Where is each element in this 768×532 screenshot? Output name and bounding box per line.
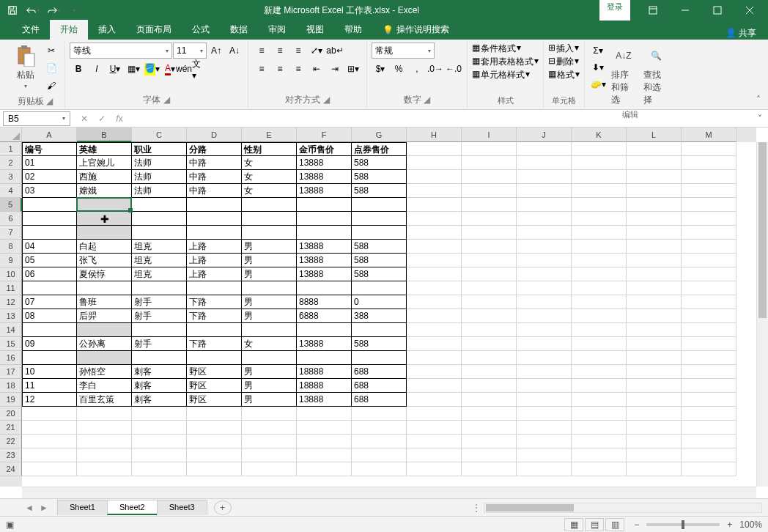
cell[interactable] bbox=[242, 281, 297, 295]
row-header[interactable]: 12 bbox=[0, 295, 22, 309]
tell-me-search[interactable]: 💡操作说明搜索 bbox=[372, 20, 459, 40]
cell[interactable] bbox=[572, 393, 627, 407]
increase-font-icon[interactable]: A↑ bbox=[207, 43, 225, 59]
cell[interactable]: 13888 bbox=[297, 184, 352, 198]
cell[interactable]: 英雄 bbox=[77, 142, 132, 156]
paste-button[interactable]: 粘贴▾ bbox=[10, 43, 41, 91]
cell[interactable] bbox=[572, 407, 627, 421]
cell[interactable] bbox=[627, 421, 682, 435]
cell[interactable] bbox=[572, 170, 627, 184]
row-header[interactable]: 16 bbox=[0, 351, 22, 365]
cell[interactable] bbox=[297, 212, 352, 226]
cut-icon[interactable]: ✂ bbox=[43, 43, 60, 59]
cell[interactable] bbox=[297, 198, 352, 212]
cell[interactable] bbox=[77, 462, 132, 476]
scroll-thumb[interactable] bbox=[486, 504, 574, 511]
cell[interactable] bbox=[517, 267, 572, 281]
cell[interactable] bbox=[407, 156, 462, 170]
align-left-icon[interactable]: ≡ bbox=[253, 61, 270, 77]
cell[interactable] bbox=[517, 462, 572, 476]
column-header[interactable]: J bbox=[517, 128, 572, 142]
cell[interactable] bbox=[187, 226, 242, 240]
cell[interactable] bbox=[572, 309, 627, 323]
cell[interactable]: 18888 bbox=[297, 379, 352, 393]
cell[interactable] bbox=[187, 421, 242, 435]
cell[interactable] bbox=[77, 198, 132, 212]
cell[interactable] bbox=[462, 421, 517, 435]
cell[interactable] bbox=[22, 435, 77, 448]
cell[interactable] bbox=[572, 156, 627, 170]
cell[interactable] bbox=[297, 462, 352, 476]
cell[interactable] bbox=[682, 184, 736, 198]
cell[interactable] bbox=[22, 323, 77, 337]
row-header[interactable]: 11 bbox=[0, 281, 22, 295]
column-header[interactable]: A bbox=[22, 128, 77, 142]
row-header[interactable]: 22 bbox=[0, 435, 22, 448]
cell[interactable]: 嫦娥 bbox=[77, 184, 132, 198]
cell[interactable] bbox=[407, 267, 462, 281]
cell[interactable] bbox=[187, 448, 242, 462]
cell[interactable]: 588 bbox=[352, 240, 407, 254]
cell[interactable] bbox=[682, 448, 736, 462]
cell[interactable] bbox=[572, 254, 627, 267]
cell[interactable] bbox=[517, 393, 572, 407]
cell[interactable] bbox=[517, 184, 572, 198]
cell[interactable] bbox=[352, 226, 407, 240]
row-header[interactable]: 9 bbox=[0, 254, 22, 267]
column-header[interactable]: D bbox=[187, 128, 242, 142]
cell[interactable]: 13888 bbox=[297, 393, 352, 407]
cell[interactable] bbox=[517, 337, 572, 351]
indent-right-icon[interactable]: ⇥ bbox=[326, 61, 344, 77]
cell[interactable] bbox=[517, 435, 572, 448]
cell[interactable] bbox=[517, 226, 572, 240]
cell[interactable]: 男 bbox=[242, 240, 297, 254]
row-header[interactable]: 2 bbox=[0, 156, 22, 170]
row-header[interactable]: 10 bbox=[0, 267, 22, 281]
cell[interactable]: 男 bbox=[242, 309, 297, 323]
align-right-icon[interactable]: ≡ bbox=[289, 61, 307, 77]
cell[interactable] bbox=[627, 435, 682, 448]
cell[interactable] bbox=[352, 198, 407, 212]
cell[interactable] bbox=[407, 435, 462, 448]
page-break-view-icon[interactable]: ▥ bbox=[605, 518, 624, 531]
cell[interactable]: 白起 bbox=[77, 240, 132, 254]
column-header[interactable]: I bbox=[462, 128, 517, 142]
cell[interactable] bbox=[352, 462, 407, 476]
cell[interactable]: 刺客 bbox=[132, 365, 187, 379]
cell[interactable] bbox=[682, 212, 736, 226]
column-header[interactable]: L bbox=[627, 128, 682, 142]
cell[interactable] bbox=[627, 184, 682, 198]
cell[interactable] bbox=[407, 421, 462, 435]
sheet-nav-next-icon[interactable]: ► bbox=[37, 503, 51, 513]
macro-record-icon[interactable]: ▣ bbox=[6, 520, 14, 530]
cell[interactable]: 10 bbox=[22, 365, 77, 379]
cell[interactable] bbox=[517, 407, 572, 421]
cell[interactable] bbox=[77, 407, 132, 421]
cell[interactable] bbox=[297, 226, 352, 240]
cell[interactable] bbox=[627, 226, 682, 240]
cell[interactable]: 刺客 bbox=[132, 393, 187, 407]
cell[interactable] bbox=[572, 184, 627, 198]
row-header[interactable]: 14 bbox=[0, 323, 22, 337]
cell[interactable]: 编号 bbox=[22, 142, 77, 156]
cell-styles-button[interactable]: ▦ 单元格样式 ▾ bbox=[472, 69, 530, 81]
cell[interactable]: 688 bbox=[352, 379, 407, 393]
cell[interactable]: 13888 bbox=[297, 337, 352, 351]
format-painter-icon[interactable]: 🖌 bbox=[43, 78, 60, 94]
cell[interactable] bbox=[682, 267, 736, 281]
cell[interactable] bbox=[682, 309, 736, 323]
cell[interactable] bbox=[22, 407, 77, 421]
cell[interactable] bbox=[682, 337, 736, 351]
cell[interactable] bbox=[627, 142, 682, 156]
cell[interactable] bbox=[132, 421, 187, 435]
cell[interactable] bbox=[187, 281, 242, 295]
wrap-text-icon[interactable]: ab↵ bbox=[326, 43, 344, 59]
cell[interactable] bbox=[517, 142, 572, 156]
login-button[interactable]: 登录 bbox=[599, 0, 630, 21]
cell[interactable] bbox=[242, 421, 297, 435]
cell[interactable] bbox=[517, 309, 572, 323]
cell[interactable]: 法师 bbox=[132, 184, 187, 198]
row-header[interactable]: 15 bbox=[0, 337, 22, 351]
cell[interactable] bbox=[77, 435, 132, 448]
cell[interactable]: 法师 bbox=[132, 156, 187, 170]
